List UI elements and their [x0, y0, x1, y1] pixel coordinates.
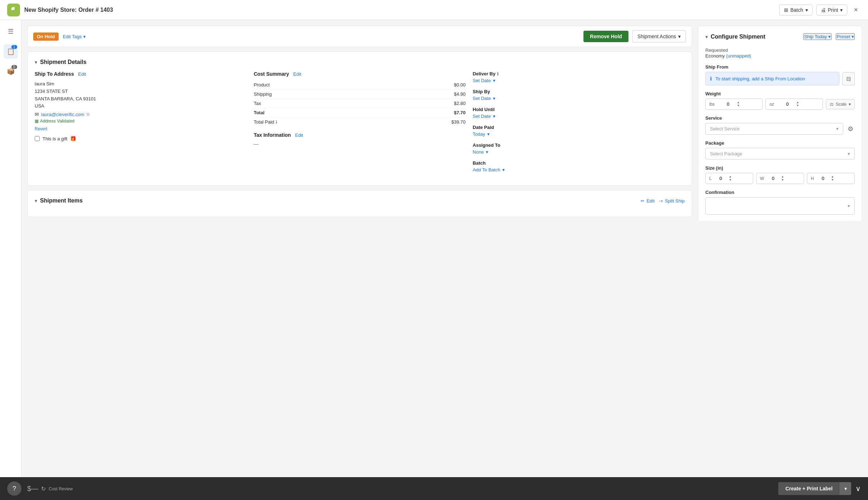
- close-button[interactable]: ×: [851, 4, 861, 15]
- orders-badge: 1: [11, 45, 17, 49]
- confirmation-select-wrapper[interactable]: ▾: [705, 197, 855, 215]
- create-print-dropdown-button[interactable]: ▾: [840, 482, 851, 495]
- size-w-field[interactable]: [765, 176, 780, 181]
- batch-chevron-icon: ▾: [805, 7, 808, 13]
- oz-spinner: ▲ ▼: [796, 101, 799, 107]
- size-row: L ▲ ▼ W ▲ ▼: [705, 173, 855, 184]
- add-to-batch-value[interactable]: Add To Batch ▾: [473, 167, 685, 172]
- weight-oz-field[interactable]: [776, 101, 794, 107]
- service-row: Select Service ▾ ⚙: [705, 123, 855, 135]
- package-select[interactable]: Select Package: [710, 151, 848, 156]
- size-h-up[interactable]: ▲: [831, 175, 834, 178]
- total-paid-info-icon: ℹ: [276, 120, 277, 125]
- sidebar-icon-menu[interactable]: ☰: [4, 24, 18, 39]
- main-content: On Hold Edit Tags ▾ Remove Hold Shipment…: [21, 20, 868, 500]
- size-h-down[interactable]: ▼: [831, 179, 834, 181]
- revert-button[interactable]: Revert: [35, 126, 47, 131]
- size-h-label: H: [811, 176, 814, 181]
- print-button[interactable]: 🖨 Print ▾: [816, 5, 848, 15]
- dates-section: Deliver By ℹ Set Date ▾ Ship By Set: [473, 71, 685, 178]
- shipment-items-title: Shipment Items: [40, 198, 83, 204]
- size-w-up[interactable]: ▲: [781, 175, 784, 178]
- add-to-batch-chevron-icon: ▾: [502, 167, 505, 172]
- batch-item: Batch Add To Batch ▾: [473, 160, 685, 172]
- size-l-field[interactable]: [713, 176, 728, 181]
- on-hold-badge: On Hold: [33, 32, 59, 41]
- ship-from-section: Ship From ℹ To start shipping, add a Shi…: [705, 64, 855, 85]
- ship-to-edit-link[interactable]: Edit: [78, 71, 86, 77]
- sidebar-icon-packages[interactable]: 📦 0: [4, 64, 18, 79]
- preset-chevron-icon: ▾: [852, 34, 854, 39]
- weight-lbs-field[interactable]: [717, 101, 735, 107]
- items-collapse-icon[interactable]: ▾: [35, 198, 37, 204]
- gift-checkbox[interactable]: [35, 136, 40, 141]
- validated-icon: ▦: [35, 119, 39, 124]
- ship-from-label: Ship From: [705, 64, 855, 70]
- calculator-button[interactable]: ⊟: [842, 72, 855, 85]
- cost-summary-edit-link[interactable]: Edit: [293, 71, 301, 77]
- hold-until-label: Hold Until: [473, 107, 685, 112]
- size-w-down[interactable]: ▼: [781, 179, 784, 181]
- sidebar-icon-orders[interactable]: 📋 1: [4, 44, 18, 59]
- remove-hold-button[interactable]: Remove Hold: [583, 31, 628, 42]
- bottom-bar-right: Create + Print Label ▾ ∨: [778, 482, 861, 495]
- collapse-icon[interactable]: ▾: [35, 59, 37, 65]
- preset-button[interactable]: Preset ▾: [836, 33, 855, 40]
- batch-button[interactable]: ⊞ Batch ▾: [779, 5, 813, 15]
- header-right: ⊞ Batch ▾ 🖨 Print ▾ ×: [779, 4, 861, 15]
- packages-badge: 0: [11, 65, 17, 69]
- main-layout: ☰ 📋 1 📦 0 On Hold Edit Tags ▾: [0, 20, 868, 500]
- hold-until-value[interactable]: Set Date ▾: [473, 114, 685, 119]
- ship-today-button[interactable]: Ship Today ▾: [803, 33, 832, 40]
- lbs-up-button[interactable]: ▲: [737, 101, 740, 104]
- oz-label: oz: [769, 102, 774, 107]
- size-l-up[interactable]: ▲: [729, 175, 732, 178]
- expand-button[interactable]: ∨: [855, 484, 861, 493]
- email-link[interactable]: laura@cleverific.com: [41, 112, 84, 117]
- economy-label: Economy: [705, 53, 725, 59]
- ship-to-address1: 1234 STATE ST: [35, 88, 247, 95]
- copy-icon[interactable]: ⧉: [87, 112, 90, 117]
- service-select-wrapper[interactable]: Select Service ▾: [705, 123, 843, 135]
- tax-info-edit-link[interactable]: Edit: [295, 132, 303, 138]
- oz-down-button[interactable]: ▼: [796, 104, 799, 107]
- edit-tags-button[interactable]: Edit Tags ▾: [63, 34, 86, 39]
- weight-row: lbs ▲ ▼ oz ▲ ▼: [705, 99, 855, 110]
- assigned-to-label: Assigned To: [473, 142, 685, 148]
- weight-lbs-input: lbs ▲ ▼: [705, 99, 763, 110]
- config-collapse-icon[interactable]: ▾: [705, 34, 708, 40]
- ship-to-section: Ship To Address Edit laura Sim 1234 STAT…: [35, 71, 247, 178]
- size-l-down[interactable]: ▼: [729, 179, 732, 181]
- confirmation-select[interactable]: [710, 200, 848, 211]
- assigned-to-value[interactable]: None ▾: [473, 149, 685, 155]
- tax-info-title: Tax Information Edit: [254, 132, 466, 138]
- size-h-field[interactable]: [815, 176, 830, 181]
- oz-up-button[interactable]: ▲: [796, 101, 799, 104]
- size-w-input: W ▲ ▼: [756, 173, 804, 184]
- shipment-actions-button[interactable]: Shipment Actions ▾: [632, 30, 686, 42]
- ship-by-value[interactable]: Set Date ▾: [473, 96, 685, 101]
- help-button[interactable]: ?: [7, 481, 21, 496]
- deliver-by-info-icon: ℹ: [497, 71, 499, 76]
- lbs-label: lbs: [709, 102, 715, 107]
- deliver-by-value[interactable]: Set Date ▾: [473, 78, 685, 83]
- email-row: ✉ laura@cleverific.com ⧉: [35, 111, 247, 117]
- size-l-input: L ▲ ▼: [705, 173, 753, 184]
- service-gear-button[interactable]: ⚙: [846, 124, 855, 134]
- items-edit-button[interactable]: ✏ Edit: [641, 198, 655, 204]
- scale-button[interactable]: ⚖ Scale ▾: [826, 99, 855, 109]
- package-select-wrapper[interactable]: Select Package ▾: [705, 148, 855, 160]
- batch-label: Batch: [473, 160, 685, 166]
- service-select[interactable]: Select Service: [710, 126, 836, 131]
- create-print-label-button[interactable]: Create + Print Label: [778, 482, 840, 495]
- split-ship-button[interactable]: ⇢ Split Ship: [659, 198, 685, 204]
- address-validated-badge: ▦ Address Validated: [35, 119, 247, 124]
- cost-row-total-paid: Total Paid ℹ $39.70: [254, 118, 466, 126]
- refresh-icon[interactable]: ↻: [41, 485, 46, 492]
- size-l-label: L: [709, 176, 712, 181]
- lbs-down-button[interactable]: ▼: [737, 104, 740, 107]
- cost-row-product: Product$0.00: [254, 80, 466, 90]
- date-paid-value[interactable]: Today ▾: [473, 131, 685, 137]
- package-section: Package Select Package ▾: [705, 140, 855, 160]
- print-icon: 🖨: [821, 7, 826, 13]
